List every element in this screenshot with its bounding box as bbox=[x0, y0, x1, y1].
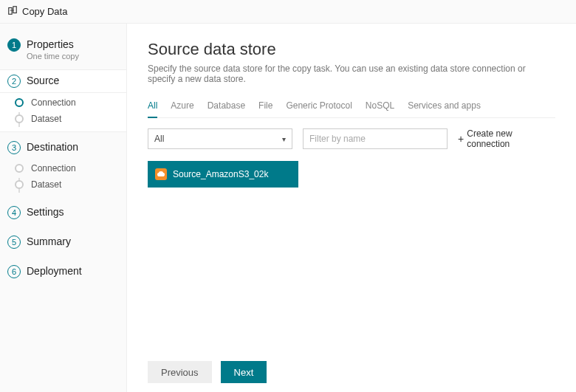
svg-rect-0 bbox=[9, 8, 12, 15]
type-filter-value: All bbox=[154, 134, 164, 144]
next-button[interactable]: Next bbox=[221, 361, 267, 383]
wizard-step-badge: 6 bbox=[7, 265, 21, 278]
wizard-substeps-destination: Connection Dataset bbox=[0, 159, 126, 197]
wizard-step-destination[interactable]: 3 Destination bbox=[0, 137, 126, 159]
wizard-step-label: Source bbox=[27, 75, 59, 86]
svg-rect-1 bbox=[13, 7, 16, 13]
substep-label: Connection bbox=[31, 163, 76, 173]
substep-dataset-source[interactable]: Dataset bbox=[15, 111, 126, 127]
substep-dot-icon bbox=[15, 114, 24, 123]
connection-tile[interactable]: Source_AmazonS3_02k bbox=[148, 161, 298, 188]
category-tabs: All Azure Database File Generic Protocol… bbox=[148, 97, 555, 118]
substep-dot-icon bbox=[15, 164, 24, 173]
page-title: Source data store bbox=[148, 40, 555, 59]
main-content: Source data store Specify the source dat… bbox=[127, 24, 576, 392]
wizard-step-badge: 1 bbox=[7, 38, 21, 52]
wizard-step-label: Destination bbox=[27, 141, 78, 153]
wizard-step-badge: 5 bbox=[7, 235, 21, 249]
app-header: Copy Data bbox=[0, 0, 576, 24]
tab-all[interactable]: All bbox=[148, 97, 157, 118]
wizard-step-settings[interactable]: 4 Settings bbox=[0, 202, 126, 224]
wizard-step-sublabel: One time copy bbox=[27, 52, 79, 61]
substep-label: Dataset bbox=[31, 114, 61, 124]
create-connection-button[interactable]: + Create new connection bbox=[458, 128, 555, 149]
substep-dot-icon bbox=[15, 180, 24, 189]
tab-services-apps[interactable]: Services and apps bbox=[408, 97, 481, 117]
wizard-step-label: Settings bbox=[27, 206, 64, 218]
wizard-step-deployment[interactable]: 6 Deployment bbox=[0, 261, 126, 283]
wizard-step-label: Properties bbox=[27, 38, 79, 50]
wizard-footer: Previous Next bbox=[148, 361, 267, 383]
substep-connection-destination[interactable]: Connection bbox=[15, 160, 126, 176]
wizard-step-summary[interactable]: 5 Summary bbox=[0, 231, 126, 253]
wizard-step-label: Summary bbox=[27, 235, 71, 247]
previous-button[interactable]: Previous bbox=[148, 361, 212, 383]
type-filter-dropdown[interactable]: All ▾ bbox=[148, 128, 292, 149]
wizard-step-badge: 4 bbox=[7, 206, 21, 219]
tab-database[interactable]: Database bbox=[208, 97, 245, 117]
copy-data-icon bbox=[7, 5, 18, 18]
page-description: Specify the source data store for the co… bbox=[148, 63, 555, 84]
wizard-step-badge: 2 bbox=[7, 75, 21, 88]
substep-dataset-destination[interactable]: Dataset bbox=[15, 176, 126, 193]
tab-file[interactable]: File bbox=[258, 97, 272, 117]
create-connection-label: Create new connection bbox=[467, 128, 555, 149]
wizard-sidebar: 1 Properties One time copy 2 Source Conn… bbox=[0, 24, 127, 392]
wizard-step-badge: 3 bbox=[7, 141, 21, 154]
connection-tile-label: Source_AmazonS3_02k bbox=[173, 169, 268, 179]
chevron-down-icon: ▾ bbox=[282, 135, 286, 143]
wizard-step-label: Deployment bbox=[27, 265, 82, 277]
amazon-s3-icon bbox=[155, 168, 167, 180]
plus-icon: + bbox=[458, 133, 464, 145]
wizard-substeps-source: Connection Dataset bbox=[0, 93, 126, 132]
substep-label: Dataset bbox=[31, 179, 61, 190]
tab-generic-protocol[interactable]: Generic Protocol bbox=[286, 97, 352, 117]
tab-azure[interactable]: Azure bbox=[171, 97, 193, 117]
substep-label: Connection bbox=[31, 97, 76, 108]
app-title: Copy Data bbox=[22, 6, 67, 17]
tab-nosql[interactable]: NoSQL bbox=[366, 97, 394, 117]
wizard-step-properties[interactable]: 1 Properties One time copy bbox=[0, 34, 126, 65]
substep-connection-source[interactable]: Connection bbox=[15, 94, 126, 111]
filter-row: All ▾ + Create new connection bbox=[148, 128, 555, 149]
name-filter-input[interactable] bbox=[303, 128, 448, 149]
substep-dot-icon bbox=[15, 98, 24, 107]
wizard-step-source[interactable]: 2 Source bbox=[0, 69, 126, 93]
